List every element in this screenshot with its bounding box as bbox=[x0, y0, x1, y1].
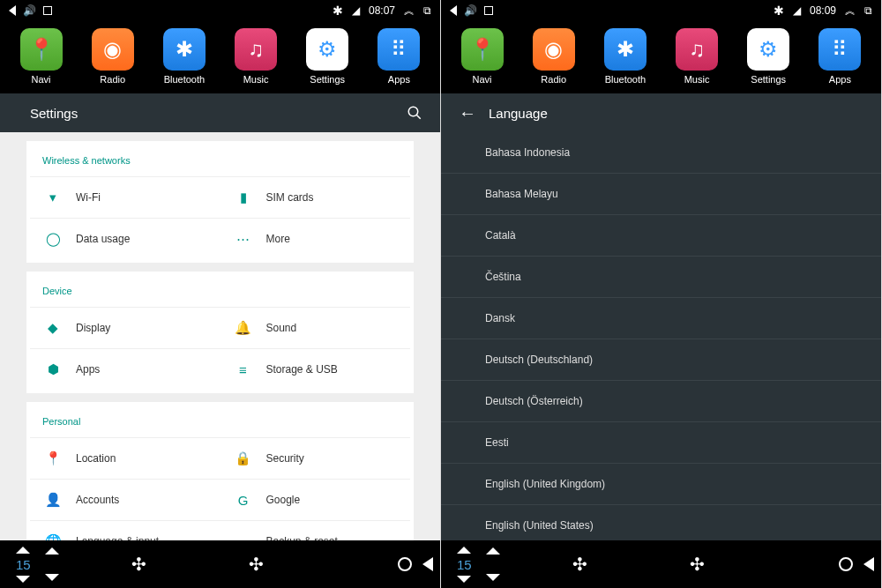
fan-up-button[interactable] bbox=[486, 547, 500, 555]
setting-item-icon: ⋯ bbox=[233, 231, 254, 247]
setting-location[interactable]: 📍Location bbox=[30, 437, 220, 479]
screen-language: 🔊 ✱ ◢ 08:09 ︽ ⧉ 📍Navi◉Radio✱Bluetooth♫Mu… bbox=[441, 0, 882, 588]
screen-settings: 🔊 ✱ ◢ 08:07 ︽ ⧉ 📍Navi◉Radio✱Bluetooth♫Mu… bbox=[0, 0, 441, 588]
temp-down-button[interactable] bbox=[457, 576, 471, 583]
setting-item-label: Accounts bbox=[76, 494, 119, 506]
setting-item-icon: ☁ bbox=[233, 533, 254, 540]
temp-up-button[interactable] bbox=[16, 547, 30, 554]
temperature-value: 15 bbox=[12, 555, 34, 574]
nav-back-button[interactable] bbox=[422, 557, 433, 571]
setting-item-icon: 👤 bbox=[42, 492, 64, 508]
section-title: Device bbox=[30, 282, 410, 307]
app-settings[interactable]: ⚙Settings bbox=[747, 28, 789, 85]
windows-icon[interactable]: ⧉ bbox=[864, 4, 872, 17]
settings-icon: ⚙ bbox=[747, 28, 789, 71]
fan-icon-2[interactable]: ✣ bbox=[690, 554, 705, 575]
language-option[interactable]: Bahasa Melayu bbox=[441, 174, 881, 215]
language-list: Bahasa IndonesiaBahasa MelayuCatalàČešti… bbox=[441, 132, 881, 540]
home-button[interactable] bbox=[839, 557, 853, 571]
signal-icon: ◢ bbox=[793, 4, 801, 17]
setting-item-label: Security bbox=[266, 452, 304, 465]
app-music[interactable]: ♫Music bbox=[235, 28, 277, 85]
language-option[interactable]: Dansk bbox=[441, 298, 881, 339]
app-radio[interactable]: ◉Radio bbox=[92, 28, 134, 85]
nav-back-button[interactable] bbox=[863, 557, 874, 571]
temp-down-button[interactable] bbox=[16, 576, 30, 583]
setting-item-icon: 📍 bbox=[42, 450, 64, 466]
setting-google[interactable]: GGoogle bbox=[220, 479, 411, 520]
setting-item-icon: ⬢ bbox=[42, 361, 64, 377]
setting-item-icon: ≡ bbox=[233, 362, 254, 377]
app-bluetooth[interactable]: ✱Bluetooth bbox=[604, 28, 647, 85]
app-apps[interactable]: ⠿Apps bbox=[377, 28, 420, 85]
bluetooth-status-icon: ✱ bbox=[774, 4, 784, 18]
fan-up-button[interactable] bbox=[45, 547, 59, 555]
home-button[interactable] bbox=[398, 557, 412, 571]
page-title: Language bbox=[489, 106, 548, 121]
app-apps[interactable]: ⠿Apps bbox=[818, 28, 861, 85]
language-option[interactable]: English (United States) bbox=[441, 505, 881, 540]
temp-up-button[interactable] bbox=[457, 547, 471, 554]
setting-item-label: More bbox=[266, 233, 290, 245]
setting-security[interactable]: 🔒Security bbox=[220, 437, 411, 479]
setting-language-input[interactable]: 🌐Language & input bbox=[30, 520, 220, 540]
bottom-bar: 15 ✣ ✣ bbox=[441, 540, 881, 588]
setting-apps[interactable]: ⬢Apps bbox=[30, 348, 220, 390]
bluetooth-icon: ✱ bbox=[604, 28, 647, 71]
fan-down-button[interactable] bbox=[45, 574, 59, 581]
section-title: Wireless & networks bbox=[30, 152, 410, 176]
setting-backup-reset[interactable]: ☁Backup & reset bbox=[220, 520, 411, 540]
settings-header: Settings bbox=[0, 93, 440, 132]
language-option[interactable]: Deutsch (Deutschland) bbox=[441, 339, 881, 381]
setting-sound[interactable]: 🔔Sound bbox=[220, 307, 411, 348]
app-navi[interactable]: 📍Navi bbox=[461, 28, 504, 85]
fan-icon[interactable]: ✣ bbox=[572, 554, 587, 575]
fan-icon-2[interactable]: ✣ bbox=[249, 554, 264, 575]
app-navi[interactable]: 📍Navi bbox=[20, 28, 63, 85]
language-option[interactable]: English (United Kingdom) bbox=[441, 464, 881, 505]
language-option[interactable]: Eesti bbox=[441, 422, 881, 464]
page-title: Settings bbox=[30, 106, 78, 121]
setting-item-label: Wi-Fi bbox=[76, 191, 101, 204]
chevron-up-icon[interactable]: ︽ bbox=[845, 4, 856, 19]
setting-wi-fi[interactable]: ▾Wi-Fi bbox=[30, 176, 220, 218]
settings-section: Device◆Display🔔Sound⬢Apps≡Storage & USB bbox=[26, 272, 414, 393]
app-label: Apps bbox=[829, 74, 851, 85]
section-title: Personal bbox=[30, 413, 410, 437]
back-arrow-icon[interactable]: ← bbox=[459, 103, 476, 123]
search-icon[interactable] bbox=[407, 105, 422, 121]
language-option[interactable]: Català bbox=[441, 215, 881, 257]
back-triangle-icon[interactable] bbox=[450, 5, 457, 16]
language-option[interactable]: Deutsch (Österreich) bbox=[441, 381, 881, 422]
setting-accounts[interactable]: 👤Accounts bbox=[30, 479, 220, 520]
setting-item-icon: 🌐 bbox=[42, 533, 64, 540]
status-bar: 🔊 ✱ ◢ 08:07 ︽ ⧉ bbox=[0, 0, 440, 21]
setting-item-label: Google bbox=[266, 494, 301, 506]
windows-icon[interactable]: ⧉ bbox=[423, 4, 431, 17]
setting-item-icon: 🔔 bbox=[233, 320, 254, 336]
app-bluetooth[interactable]: ✱Bluetooth bbox=[163, 28, 206, 85]
app-radio[interactable]: ◉Radio bbox=[533, 28, 575, 85]
language-option[interactable]: Čeština bbox=[441, 257, 881, 298]
app-music[interactable]: ♫Music bbox=[676, 28, 718, 85]
app-label: Settings bbox=[751, 74, 786, 85]
setting-item-icon: ◆ bbox=[42, 320, 64, 336]
app-label: Navi bbox=[32, 74, 51, 85]
setting-item-label: Apps bbox=[76, 363, 100, 376]
chevron-up-icon[interactable]: ︽ bbox=[404, 4, 415, 19]
setting-sim-cards[interactable]: ▮SIM cards bbox=[220, 176, 411, 218]
clock: 08:07 bbox=[369, 4, 395, 17]
fan-icon[interactable]: ✣ bbox=[131, 554, 146, 575]
setting-more[interactable]: ⋯More bbox=[220, 218, 411, 259]
language-option[interactable]: Bahasa Indonesia bbox=[441, 132, 881, 174]
setting-display[interactable]: ◆Display bbox=[30, 307, 220, 348]
setting-storage-usb[interactable]: ≡Storage & USB bbox=[220, 348, 411, 390]
back-triangle-icon[interactable] bbox=[9, 5, 16, 16]
setting-data-usage[interactable]: ◯Data usage bbox=[30, 218, 220, 259]
svg-line-1 bbox=[416, 115, 421, 119]
settings-content: Wireless & networks▾Wi-Fi▮SIM cards◯Data… bbox=[0, 132, 440, 540]
fan-down-button[interactable] bbox=[486, 574, 500, 581]
radio-icon: ◉ bbox=[533, 28, 575, 71]
app-settings[interactable]: ⚙Settings bbox=[306, 28, 348, 85]
app-label: Bluetooth bbox=[164, 74, 205, 85]
